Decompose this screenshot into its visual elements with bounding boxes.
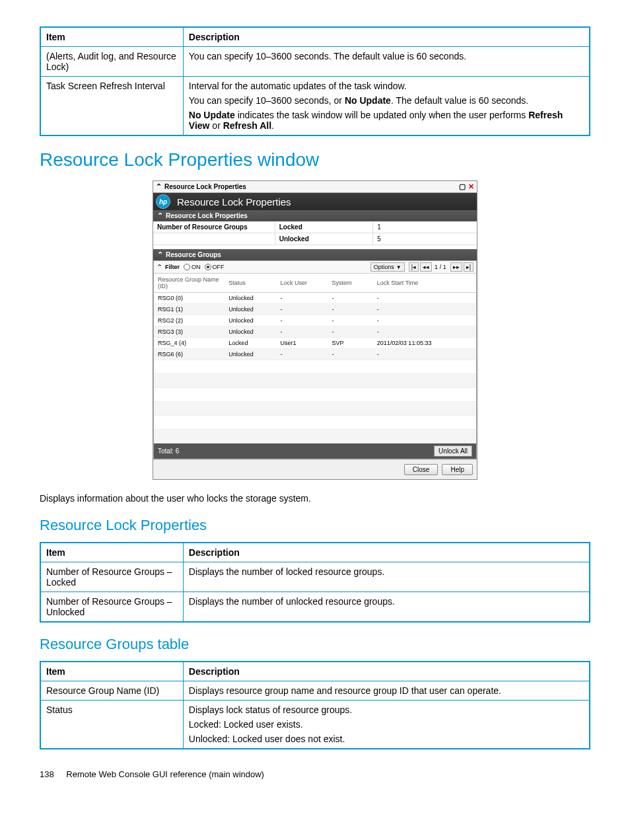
resource-groups-desc-table: Item Description Resource Group Name (ID… [40, 661, 590, 749]
close-button[interactable]: Close [404, 464, 438, 475]
collapse-icon[interactable]: ⌃ [156, 182, 162, 191]
col-name[interactable]: Resource Group Name (ID) [154, 274, 225, 293]
close-icon[interactable]: ✕ [468, 182, 474, 191]
page-first-button[interactable]: |◂ [409, 262, 419, 272]
page-last-button[interactable]: ▸| [464, 262, 473, 272]
resource-lock-properties-table: Item Description Number of Resource Grou… [40, 542, 590, 623]
page-footer: 138 Remote Web Console GUI reference (ma… [40, 769, 590, 779]
description-text: Displays information about the user who … [40, 493, 590, 504]
lock-properties-panel: Number of Resource Groups Locked 1 Unloc… [153, 221, 477, 245]
unlocked-label: Unlocked [275, 233, 374, 245]
table-row: Task Screen Refresh Interval Interval fo… [40, 77, 590, 136]
help-button[interactable]: Help [442, 464, 473, 475]
heading-resource-lock-properties: Resource Lock Properties [40, 517, 590, 534]
resource-groups-footer: Total: 6 Unlock All [154, 443, 476, 459]
footer-title: Remote Web Console GUI reference (main w… [66, 769, 264, 779]
app-window: ⌃ Resource Lock Properties ▢ ✕ hp Resour… [153, 180, 477, 480]
page-number: 138 [40, 769, 54, 779]
section-resource-groups[interactable]: ⌃ Resource Groups [153, 249, 477, 260]
filter-off-radio[interactable] [205, 264, 211, 270]
dropdown-icon: ▼ [396, 264, 402, 270]
table-row[interactable]: RSG3 (3)Unlocked--- [154, 326, 476, 338]
filter-off-label: OFF [213, 264, 225, 270]
table-row[interactable]: RSG1 (1)Unlocked--- [154, 304, 476, 315]
header-description: Description [183, 27, 590, 47]
unlocked-value: 5 [373, 233, 477, 245]
table-row: Resource Group Name (ID) Displays resour… [40, 681, 590, 701]
table-row[interactable]: RSG_4 (4)LockedUser1SVP2011/02/03 11:05:… [154, 338, 476, 349]
col-status[interactable]: Status [225, 274, 276, 293]
page-next-button[interactable]: ▸▸ [450, 262, 462, 272]
desc-cell: You can specify 10–3600 seconds. The def… [183, 47, 590, 77]
header-item: Item [40, 543, 183, 562]
table-row[interactable]: RSG2 (2)Unlocked--- [154, 315, 476, 326]
app-header-title: Resource Lock Properties [177, 196, 291, 208]
table-row: Number of Resource Groups – Locked Displ… [40, 562, 590, 592]
chevron-up-icon: ⌃ [157, 250, 163, 259]
num-groups-label: Number of Resource Groups [153, 221, 275, 233]
total-count: Total: 6 [158, 447, 179, 455]
locked-label: Locked [275, 221, 374, 233]
col-system[interactable]: System [328, 274, 373, 293]
app-header: hp Resource Lock Properties [153, 193, 477, 210]
unlock-all-button[interactable]: Unlock All [434, 445, 472, 457]
header-description: Description [183, 543, 590, 562]
hp-logo-icon: hp [156, 194, 170, 209]
desc-cell: Interval for the automatic updates of th… [183, 77, 590, 136]
col-lock-user[interactable]: Lock User [276, 274, 328, 293]
table-row: Status Displays lock status of resource … [40, 701, 590, 749]
filter-on-radio[interactable] [184, 264, 190, 270]
resource-groups-table: Resource Group Name (ID) Status Lock Use… [154, 274, 476, 443]
item-cell: Task Screen Refresh Interval [40, 77, 183, 136]
window-button-bar: Close Help [153, 459, 477, 479]
window-title: Resource Lock Properties [164, 183, 246, 190]
heading-resource-lock-window: Resource Lock Properties window [40, 149, 590, 171]
window-titlebar: ⌃ Resource Lock Properties ▢ ✕ [153, 181, 477, 193]
options-button[interactable]: Options▼ [370, 262, 405, 272]
table-row: (Alerts, Audit log, and Resource Lock) Y… [40, 47, 590, 77]
col-lock-start[interactable]: Lock Start Time [373, 274, 476, 293]
filter-label: Filter [165, 264, 180, 270]
header-item: Item [40, 662, 183, 681]
item-cell: (Alerts, Audit log, and Resource Lock) [40, 47, 183, 77]
config-table: Item Description (Alerts, Audit log, and… [40, 26, 590, 136]
table-row[interactable]: RSG0 (0)Unlocked--- [154, 293, 476, 304]
chevron-up-icon: ⌃ [157, 211, 163, 220]
chevron-up-icon[interactable]: ⌃ [157, 263, 162, 272]
table-row: Number of Resource Groups – Unlocked Dis… [40, 592, 590, 623]
page-prev-button[interactable]: ◂◂ [420, 262, 432, 272]
section-lock-properties[interactable]: ⌃ Resource Lock Properties [153, 210, 477, 221]
header-item: Item [40, 27, 183, 47]
heading-resource-groups-table: Resource Groups table [40, 636, 590, 653]
filter-on-label: ON [192, 264, 201, 270]
page-indicator: 1 / 1 [435, 264, 446, 270]
table-row[interactable]: RSG6 (6)Unlocked--- [154, 349, 476, 360]
resource-groups-toolbar: ⌃ Filter ON OFF Options▼ |◂ ◂◂ 1 / 1 ▸▸ … [154, 261, 476, 274]
maximize-icon[interactable]: ▢ [459, 182, 466, 191]
header-description: Description [183, 662, 590, 681]
locked-value: 1 [373, 221, 477, 233]
